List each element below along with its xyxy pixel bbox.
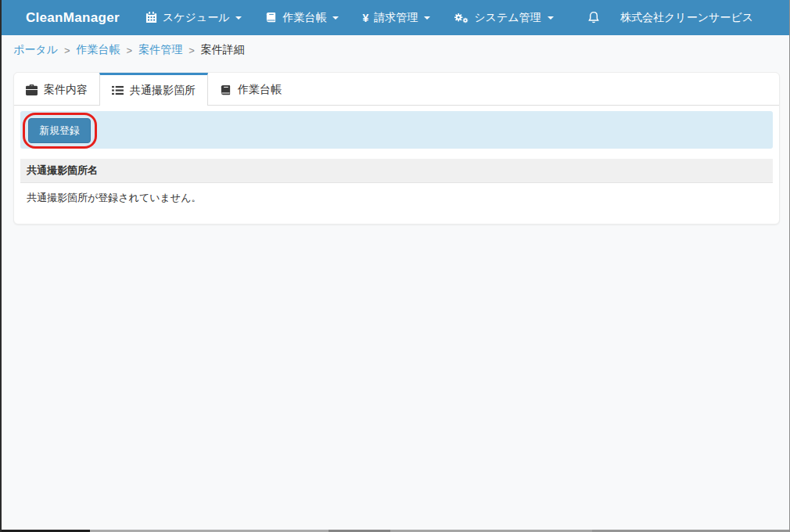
breadcrumb-current-page: 案件詳細 <box>201 43 245 57</box>
breadcrumb-portal[interactable]: ポータル <box>13 43 58 57</box>
menu-schedule-label: スケジュール <box>163 11 230 25</box>
yen-icon: ¥ <box>362 13 368 23</box>
table-header-common-photo-spot-name: 共通撮影箇所名 <box>20 159 773 183</box>
new-register-button-wrap: 新規登録 <box>28 118 91 143</box>
app-window: CleanManager スケジュール <box>0 0 790 532</box>
menu-system-admin-label: システム管理 <box>474 11 540 25</box>
brand-logo[interactable]: CleanManager <box>26 10 120 26</box>
gears-icon <box>454 12 469 23</box>
menu-billing[interactable]: ¥ 請求管理 <box>350 0 442 35</box>
breadcrumb-work-ledger[interactable]: 作業台帳 <box>77 43 120 57</box>
chevron-down-icon <box>235 16 242 20</box>
book-icon <box>265 12 277 23</box>
toolbar-panel: 新規登録 <box>20 111 773 149</box>
bell-icon[interactable] <box>587 11 600 24</box>
tab-work-ledger-label: 作業台帳 <box>238 83 282 97</box>
menu-work-ledger-label: 作業台帳 <box>282 11 326 25</box>
breadcrumb-case-management[interactable]: 案件管理 <box>138 43 182 57</box>
new-register-button[interactable]: 新規登録 <box>28 118 91 143</box>
breadcrumb-separator: > <box>127 45 133 56</box>
case-detail-card: 案件内容 共通撮影箇所 <box>13 72 780 225</box>
chevron-down-icon <box>548 16 554 20</box>
book-icon <box>220 84 232 96</box>
breadcrumb-separator: > <box>189 45 195 56</box>
chevron-down-icon <box>424 16 430 20</box>
tab-case-content-label: 案件内容 <box>44 83 88 97</box>
tab-work-ledger[interactable]: 作業台帳 <box>208 73 293 105</box>
list-icon <box>112 85 124 95</box>
tab-panel-common-photo-spots: 新規登録 共通撮影箇所名 共通撮影箇所が登録されていません。 <box>14 106 779 213</box>
top-navbar: CleanManager スケジュール <box>2 0 789 35</box>
briefcase-icon <box>26 84 38 95</box>
tab-bar: 案件内容 共通撮影箇所 <box>14 73 779 106</box>
calendar-icon <box>145 12 157 23</box>
breadcrumb: ポータル > 作業台帳 > 案件管理 > 案件詳細 <box>13 43 245 57</box>
navbar-right: 株式会社クリーンサービス <box>587 11 753 25</box>
breadcrumb-separator: > <box>64 45 70 56</box>
common-photo-spots-table: 共通撮影箇所名 共通撮影箇所が登録されていません。 <box>20 159 773 213</box>
tab-case-content[interactable]: 案件内容 <box>14 73 99 105</box>
table-empty-row: 共通撮影箇所が登録されていません。 <box>20 183 773 213</box>
menu-system-admin[interactable]: システム管理 <box>442 0 565 35</box>
tab-common-photo-spots-label: 共通撮影箇所 <box>130 84 196 98</box>
menu-billing-label: 請求管理 <box>374 11 418 25</box>
chevron-down-icon <box>332 16 339 20</box>
menu-schedule[interactable]: スケジュール <box>134 0 254 35</box>
navbar-menu: スケジュール 作業台帳 ¥ 請求管理 <box>134 0 566 35</box>
menu-work-ledger[interactable]: 作業台帳 <box>253 0 350 35</box>
company-name[interactable]: 株式会社クリーンサービス <box>620 11 753 25</box>
tab-common-photo-spots[interactable]: 共通撮影箇所 <box>99 73 208 106</box>
